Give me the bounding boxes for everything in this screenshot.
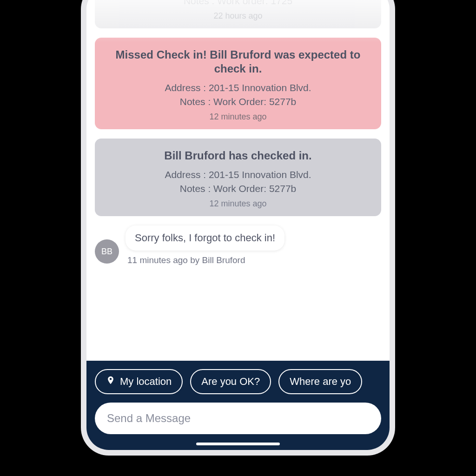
event-card-checked-in: Bill Bruford has checked in. Address : 2… [95,139,381,216]
activity-feed[interactable]: Notes : Work order: 1725 22 hours ago Mi… [86,0,390,361]
quick-reply-where-are-you[interactable]: Where are yo [278,369,362,394]
quick-reply-my-location[interactable]: My location [95,369,183,394]
chat-message-meta: 11 minutes ago by Bill Bruford [127,255,284,265]
event-time: 12 minutes ago [106,112,370,122]
event-time: 22 hours ago [106,11,370,21]
quick-reply-label: My location [120,376,172,388]
quick-reply-label: Are you OK? [201,376,260,388]
event-title: Bill Bruford has checked in. [106,149,370,163]
quick-reply-label: Where are yo [290,376,351,388]
compose-footer: My location Are you OK? Where are yo Sen… [86,361,390,450]
chat-message-row: BB Sorry folks, I forgot to check in! 11… [95,225,381,265]
event-time: 12 minutes ago [106,199,370,209]
event-card-previous: Notes : Work order: 1725 22 hours ago [95,0,381,28]
location-pin-icon [106,375,115,389]
phone-screen: Notes : Work order: 1725 22 hours ago Mi… [86,0,390,450]
chat-message-bubble: Sorry folks, I forgot to check in! [126,225,284,251]
message-input[interactable]: Send a Message [95,403,381,434]
quick-reply-row[interactable]: My location Are you OK? Where are yo [93,369,383,403]
event-card-missed-checkin: Missed Check in! Bill Bruford was expect… [95,38,381,129]
event-notes: Notes : Work Order: 5277b [106,96,370,107]
home-indicator [196,443,280,445]
phone-frame: Notes : Work order: 1725 22 hours ago Mi… [81,0,395,456]
quick-reply-are-you-ok[interactable]: Are you OK? [190,369,271,394]
event-address: Address : 201-15 Innovation Blvd. [106,82,370,93]
event-notes: Notes : Work order: 1725 [106,0,370,7]
event-notes: Notes : Work Order: 5277b [106,183,370,194]
avatar[interactable]: BB [95,239,119,264]
event-address: Address : 201-15 Innovation Blvd. [106,169,370,180]
event-title: Missed Check in! Bill Bruford was expect… [106,48,370,76]
